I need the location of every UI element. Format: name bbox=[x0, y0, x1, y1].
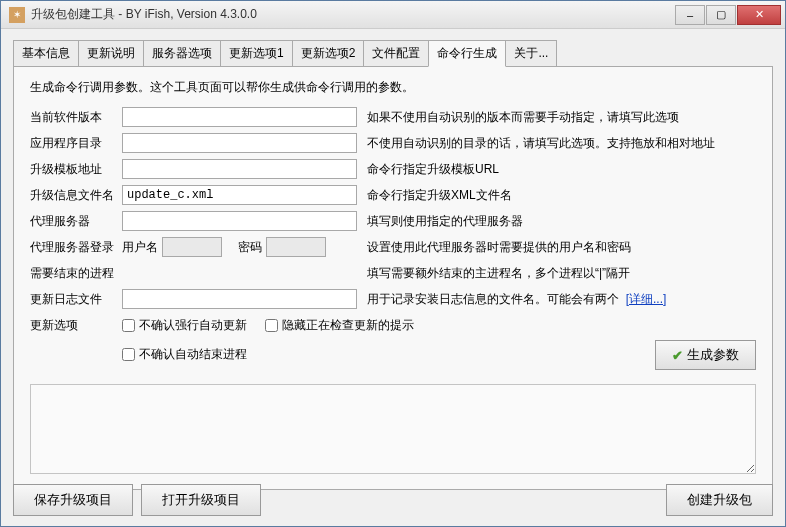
label-proxylogin: 代理服务器登录 bbox=[30, 239, 122, 256]
output-textarea[interactable] bbox=[30, 384, 756, 474]
input-username[interactable] bbox=[162, 237, 222, 257]
desc-template: 命令行指定升级模板URL bbox=[367, 161, 756, 178]
row-proxylogin: 代理服务器登录 用户名 密码 设置使用此代理服务器时需要提供的用户名和密码 bbox=[30, 236, 756, 258]
tab-notes[interactable]: 更新说明 bbox=[78, 40, 144, 66]
row-logfile: 更新日志文件 用于记录安装日志信息的文件名。可能会有两个 [详细...] bbox=[30, 288, 756, 310]
row-appdir: 应用程序目录 不使用自动识别的目录的话，请填写此选项。支持拖放和相对地址 bbox=[30, 132, 756, 154]
tab-files[interactable]: 文件配置 bbox=[363, 40, 429, 66]
app-window: ✶ 升级包创建工具 - BY iFish, Version 4.3.0.0 – … bbox=[0, 0, 786, 527]
tab-bar: 基本信息 更新说明 服务器选项 更新选项1 更新选项2 文件配置 命令行生成 关… bbox=[13, 40, 773, 67]
input-version[interactable] bbox=[122, 107, 357, 127]
tab-update2[interactable]: 更新选项2 bbox=[292, 40, 365, 66]
tab-server[interactable]: 服务器选项 bbox=[143, 40, 221, 66]
link-details[interactable]: [详细...] bbox=[626, 292, 667, 306]
content: 基本信息 更新说明 服务器选项 更新选项1 更新选项2 文件配置 命令行生成 关… bbox=[1, 29, 785, 502]
generate-button[interactable]: ✔生成参数 bbox=[655, 340, 756, 370]
input-logfile[interactable] bbox=[122, 289, 357, 309]
check-icon: ✔ bbox=[672, 348, 683, 363]
close-button[interactable]: ✕ bbox=[737, 5, 781, 25]
tab-update1[interactable]: 更新选项1 bbox=[220, 40, 293, 66]
label-password: 密码 bbox=[238, 239, 262, 256]
open-project-button[interactable]: 打开升级项目 bbox=[141, 484, 261, 516]
tab-basic[interactable]: 基本信息 bbox=[13, 40, 79, 66]
input-appdir[interactable] bbox=[122, 133, 357, 153]
label-template: 升级模板地址 bbox=[30, 161, 122, 178]
desc-appdir: 不使用自动识别的目录的话，请填写此选项。支持拖放和相对地址 bbox=[367, 135, 756, 152]
input-proxy[interactable] bbox=[122, 211, 357, 231]
maximize-button[interactable]: ▢ bbox=[706, 5, 736, 25]
row-version: 当前软件版本 如果不使用自动识别的版本而需要手动指定，请填写此选项 bbox=[30, 106, 756, 128]
label-options: 更新选项 bbox=[30, 317, 122, 334]
label-version: 当前软件版本 bbox=[30, 109, 122, 126]
input-template[interactable] bbox=[122, 159, 357, 179]
tab-panel-cmdline: 生成命令行调用参数。这个工具页面可以帮你生成供命令行调用的参数。 当前软件版本 … bbox=[13, 66, 773, 490]
titlebar[interactable]: ✶ 升级包创建工具 - BY iFish, Version 4.3.0.0 – … bbox=[1, 1, 785, 29]
cb-hide-checking[interactable]: 隐藏正在检查更新的提示 bbox=[265, 317, 414, 334]
footer: 保存升级项目 打开升级项目 创建升级包 bbox=[13, 484, 773, 516]
label-logfile: 更新日志文件 bbox=[30, 291, 122, 308]
row-termproc: 需要结束的进程 填写需要额外结束的主进程名，多个进程以“|”隔开 bbox=[30, 262, 756, 284]
minimize-button[interactable]: – bbox=[675, 5, 705, 25]
label-appdir: 应用程序目录 bbox=[30, 135, 122, 152]
create-package-button[interactable]: 创建升级包 bbox=[666, 484, 773, 516]
desc-termproc: 填写需要额外结束的主进程名，多个进程以“|”隔开 bbox=[367, 265, 756, 282]
label-xmlfile: 升级信息文件名 bbox=[30, 187, 122, 204]
intro-text: 生成命令行调用参数。这个工具页面可以帮你生成供命令行调用的参数。 bbox=[30, 79, 756, 96]
tab-cmdline[interactable]: 命令行生成 bbox=[428, 40, 506, 67]
cb-force-update[interactable]: 不确认强行自动更新 bbox=[122, 317, 247, 334]
desc-version: 如果不使用自动识别的版本而需要手动指定，请填写此选项 bbox=[367, 109, 756, 126]
row-options: 更新选项 不确认强行自动更新 隐藏正在检查更新的提示 bbox=[30, 314, 756, 336]
desc-proxy: 填写则使用指定的代理服务器 bbox=[367, 213, 756, 230]
save-project-button[interactable]: 保存升级项目 bbox=[13, 484, 133, 516]
row-options2: 不确认自动结束进程 ✔生成参数 bbox=[30, 340, 756, 370]
input-xmlfile[interactable] bbox=[122, 185, 357, 205]
window-controls: – ▢ ✕ bbox=[675, 5, 781, 25]
label-proxy: 代理服务器 bbox=[30, 213, 122, 230]
cb-auto-terminate[interactable]: 不确认自动结束进程 bbox=[122, 346, 247, 363]
desc-proxylogin: 设置使用此代理服务器时需要提供的用户名和密码 bbox=[367, 239, 756, 256]
desc-logfile: 用于记录安装日志信息的文件名。可能会有两个 [详细...] bbox=[367, 291, 756, 308]
desc-xmlfile: 命令行指定升级XML文件名 bbox=[367, 187, 756, 204]
tab-about[interactable]: 关于... bbox=[505, 40, 557, 66]
window-title: 升级包创建工具 - BY iFish, Version 4.3.0.0 bbox=[31, 6, 675, 23]
row-template: 升级模板地址 命令行指定升级模板URL bbox=[30, 158, 756, 180]
label-termproc: 需要结束的进程 bbox=[30, 265, 122, 282]
app-icon: ✶ bbox=[9, 7, 25, 23]
input-password[interactable] bbox=[266, 237, 326, 257]
label-username: 用户名 bbox=[122, 239, 158, 256]
row-xmlfile: 升级信息文件名 命令行指定升级XML文件名 bbox=[30, 184, 756, 206]
row-proxy: 代理服务器 填写则使用指定的代理服务器 bbox=[30, 210, 756, 232]
